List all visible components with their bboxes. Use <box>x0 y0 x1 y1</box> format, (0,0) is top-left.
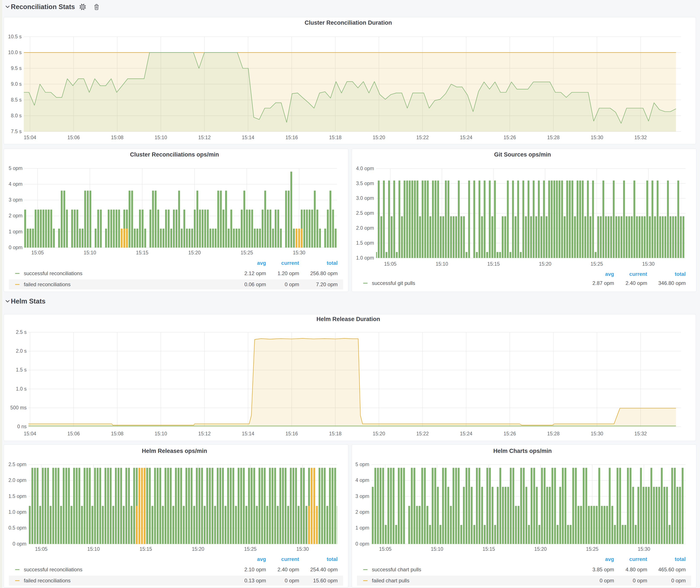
svg-text:0.13 opm: 0.13 opm <box>244 578 266 583</box>
svg-text:total: total <box>327 556 338 562</box>
svg-text:0 opm: 0 opm <box>671 578 686 583</box>
svg-text:15:20: 15:20 <box>192 546 204 552</box>
svg-text:15:32: 15:32 <box>634 135 647 140</box>
svg-text:5 opm: 5 opm <box>9 165 23 171</box>
svg-text:2.12 opm: 2.12 opm <box>244 270 266 276</box>
svg-text:15:30: 15:30 <box>591 431 603 436</box>
svg-text:avg: avg <box>605 556 614 562</box>
svg-text:successful reconciliations: successful reconciliations <box>24 270 82 276</box>
svg-text:3.85 opm: 3.85 opm <box>592 567 614 572</box>
svg-text:1.0 opm: 1.0 opm <box>8 509 26 515</box>
svg-text:15:15: 15:15 <box>136 250 148 255</box>
svg-text:15:05: 15:05 <box>379 546 392 552</box>
svg-text:0.06 opm: 0.06 opm <box>244 281 266 287</box>
svg-text:1.5 s: 1.5 s <box>16 367 27 373</box>
svg-text:15:20: 15:20 <box>373 135 385 140</box>
svg-text:10.5 s: 10.5 s <box>8 34 22 39</box>
svg-text:15:20: 15:20 <box>539 261 552 267</box>
svg-text:current: current <box>629 271 647 277</box>
svg-text:3.5 opm: 3.5 opm <box>356 181 374 186</box>
svg-text:9.5 s: 9.5 s <box>11 65 22 71</box>
svg-text:current: current <box>629 556 647 562</box>
svg-text:2.40 opm: 2.40 opm <box>626 280 647 286</box>
svg-text:15:12: 15:12 <box>198 431 211 436</box>
svg-text:current: current <box>281 556 299 562</box>
svg-text:0 opm: 0 opm <box>633 578 647 583</box>
svg-text:total: total <box>327 260 338 266</box>
svg-text:Cluster Reconciliations ops/mi: Cluster Reconciliations ops/min <box>130 151 219 158</box>
svg-text:15:10: 15:10 <box>155 431 167 436</box>
svg-text:5 opm: 5 opm <box>355 462 369 467</box>
svg-text:15:25: 15:25 <box>586 546 598 552</box>
svg-text:1.0 opm: 1.0 opm <box>356 255 374 261</box>
svg-text:15:20: 15:20 <box>373 431 385 436</box>
svg-text:500 ms: 500 ms <box>10 405 27 410</box>
svg-text:15:26: 15:26 <box>503 431 516 436</box>
svg-text:15:16: 15:16 <box>285 135 298 140</box>
svg-text:Git Sources ops/min: Git Sources ops/min <box>494 151 551 158</box>
svg-text:15:14: 15:14 <box>242 431 254 436</box>
svg-text:2.87 opm: 2.87 opm <box>592 280 614 286</box>
svg-text:15:22: 15:22 <box>416 135 429 140</box>
svg-text:0 opm: 0 opm <box>9 245 23 250</box>
svg-text:15:05: 15:05 <box>35 546 48 552</box>
svg-text:15:25: 15:25 <box>590 261 603 267</box>
svg-text:Helm Releases ops/min: Helm Releases ops/min <box>142 448 207 454</box>
svg-text:total: total <box>675 271 686 277</box>
svg-text:4.80 opm: 4.80 opm <box>626 567 647 572</box>
svg-text:15:10: 15:10 <box>87 546 100 552</box>
svg-text:1.20 opm: 1.20 opm <box>277 270 299 276</box>
svg-text:2 opm: 2 opm <box>9 213 23 218</box>
svg-text:Helm Charts ops/min: Helm Charts ops/min <box>493 448 552 454</box>
svg-text:15:16: 15:16 <box>285 431 298 436</box>
svg-text:15:14: 15:14 <box>242 135 254 140</box>
svg-text:15:08: 15:08 <box>111 431 124 436</box>
svg-text:10.0 s: 10.0 s <box>8 50 22 55</box>
svg-text:15:04: 15:04 <box>24 135 36 140</box>
svg-text:15:04: 15:04 <box>24 431 36 436</box>
svg-text:2 opm: 2 opm <box>355 509 369 515</box>
svg-text:15:24: 15:24 <box>460 135 473 140</box>
svg-text:1 opm: 1 opm <box>355 525 369 531</box>
svg-text:0.5 opm: 0.5 opm <box>8 525 26 531</box>
svg-text:15:26: 15:26 <box>503 135 516 140</box>
svg-text:15:25: 15:25 <box>244 546 257 552</box>
svg-text:2.5 s: 2.5 s <box>16 329 27 335</box>
svg-text:15:28: 15:28 <box>547 135 560 140</box>
svg-text:0 opm: 0 opm <box>285 281 299 287</box>
svg-text:15:18: 15:18 <box>329 135 342 140</box>
svg-text:15:30: 15:30 <box>638 546 650 552</box>
svg-text:avg: avg <box>605 271 614 277</box>
svg-text:15:30: 15:30 <box>293 250 305 255</box>
svg-text:15:05: 15:05 <box>384 261 397 267</box>
svg-text:15:20: 15:20 <box>534 546 547 552</box>
svg-text:3 opm: 3 opm <box>9 197 23 203</box>
svg-text:total: total <box>675 556 686 562</box>
svg-text:1 opm: 1 opm <box>9 229 23 234</box>
svg-text:0 opm: 0 opm <box>600 578 614 583</box>
svg-text:2.0 opm: 2.0 opm <box>8 477 26 483</box>
svg-text:15:10: 15:10 <box>84 250 96 255</box>
svg-text:0 ns: 0 ns <box>17 424 27 429</box>
svg-text:15:22: 15:22 <box>416 431 429 436</box>
svg-text:failed reconciliations: failed reconciliations <box>24 281 71 287</box>
svg-text:15:15: 15:15 <box>487 261 500 267</box>
svg-text:15.60 opm: 15.60 opm <box>313 578 338 583</box>
svg-text:2.5 opm: 2.5 opm <box>356 210 374 216</box>
svg-text:0 opm: 0 opm <box>355 541 369 547</box>
svg-text:254.40 opm: 254.40 opm <box>310 567 338 572</box>
svg-text:successful git pulls: successful git pulls <box>372 280 415 286</box>
svg-text:15:12: 15:12 <box>198 135 211 140</box>
svg-text:successful chart pulls: successful chart pulls <box>372 567 421 572</box>
svg-text:15:15: 15:15 <box>140 546 152 552</box>
svg-text:1.5 opm: 1.5 opm <box>356 240 374 246</box>
svg-text:15:32: 15:32 <box>634 431 647 436</box>
svg-text:15:06: 15:06 <box>67 135 80 140</box>
svg-text:15:28: 15:28 <box>547 431 560 436</box>
svg-text:3.0 opm: 3.0 opm <box>356 195 374 201</box>
svg-text:15:30: 15:30 <box>296 546 309 552</box>
svg-text:15:08: 15:08 <box>111 135 124 140</box>
svg-text:15:24: 15:24 <box>460 431 473 436</box>
svg-text:Cluster Reconciliation Duratio: Cluster Reconciliation Duration <box>305 19 392 26</box>
svg-text:346.80 opm: 346.80 opm <box>658 280 686 286</box>
